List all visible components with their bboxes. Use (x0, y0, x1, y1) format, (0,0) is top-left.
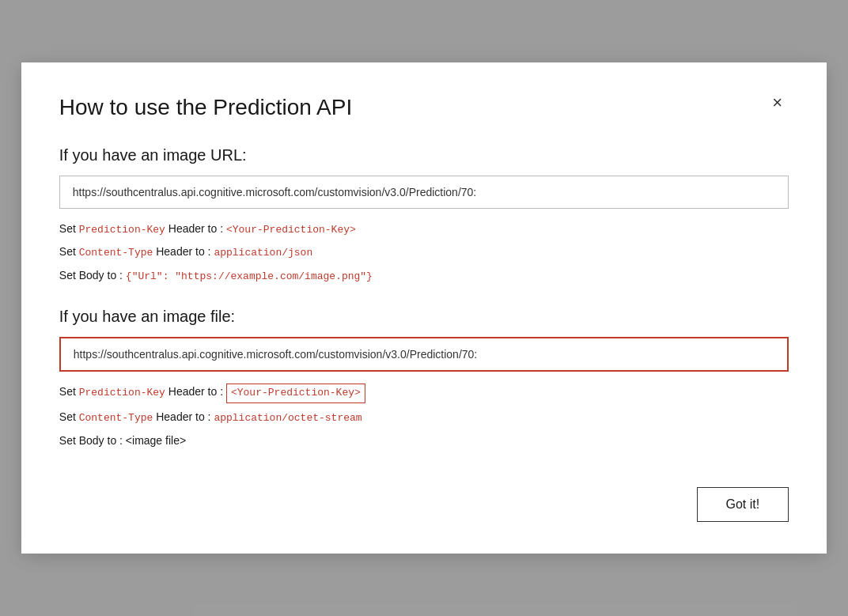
dialog-header: How to use the Prediction API × (59, 94, 789, 121)
got-it-button[interactable]: Got it! (697, 487, 789, 522)
instr1-middle: Header to : (165, 222, 226, 235)
instr2-middle: Header to : (153, 245, 214, 258)
finstr2-value: application/octet-stream (214, 412, 362, 424)
instr3-prefix: Set Body to : (59, 269, 126, 282)
finstr3-prefix: Set Body to : <image file> (59, 434, 186, 447)
instr2-prefix: Set (59, 245, 79, 258)
finstr2-prefix: Set (59, 410, 79, 423)
instr3-value: {"Url": "https://example.com/image.png"} (126, 270, 373, 282)
finstr1-middle: Header to : (165, 385, 226, 398)
finstr1-prefix: Set (59, 385, 79, 398)
finstr1-key: Prediction-Key (79, 387, 165, 399)
dialog-footer: Got it! (59, 487, 789, 522)
file-instruction-line-2: Set Content-Type Header to : application… (59, 408, 789, 427)
file-instruction-line-1: Set Prediction-Key Header to : <Your-Pre… (59, 383, 789, 403)
file-section: If you have an image file: https://south… (59, 308, 789, 449)
instruction-line-1: Set Prediction-Key Header to : <Your-Pre… (59, 220, 789, 239)
url-section-heading: If you have an image URL: (59, 146, 789, 164)
instr2-key: Content-Type (79, 247, 153, 259)
instruction-line-2: Set Content-Type Header to : application… (59, 243, 789, 262)
instr1-value: <Your-Prediction-Key> (226, 224, 356, 236)
finstr2-middle: Header to : (153, 410, 214, 423)
close-button[interactable]: × (766, 91, 789, 115)
finstr2-key: Content-Type (79, 412, 153, 424)
instr1-prefix: Set (59, 222, 79, 235)
modal-overlay: How to use the Prediction API × If you h… (0, 0, 848, 616)
finstr1-value: <Your-Prediction-Key> (226, 384, 365, 403)
instruction-line-3: Set Body to : {"Url": "https://example.c… (59, 266, 789, 285)
dialog-title: How to use the Prediction API (59, 94, 352, 121)
instr1-key: Prediction-Key (79, 224, 165, 236)
dialog: How to use the Prediction API × If you h… (21, 62, 827, 554)
file-section-heading: If you have an image file: (59, 308, 789, 326)
file-instruction-line-3: Set Body to : <image file> (59, 432, 789, 449)
file-url-input-box[interactable]: https://southcentralus.api.cognitive.mic… (59, 337, 789, 372)
instr2-value: application/json (214, 247, 312, 259)
url-input-box[interactable]: https://southcentralus.api.cognitive.mic… (59, 176, 789, 209)
url-section: If you have an image URL: https://southc… (59, 146, 789, 285)
